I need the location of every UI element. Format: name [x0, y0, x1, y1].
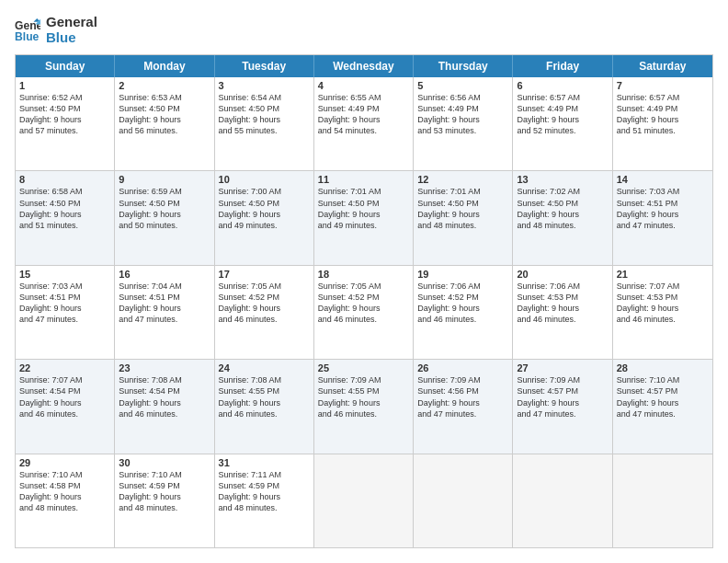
day-number: 28 [617, 362, 709, 373]
day-cell-23: 23Sunrise: 7:08 AMSunset: 4:54 PMDayligh… [115, 360, 214, 453]
day-info: Sunrise: 7:00 AMSunset: 4:50 PMDaylight:… [219, 186, 310, 231]
day-cell-5: 5Sunrise: 6:56 AMSunset: 4:49 PMDaylight… [414, 77, 513, 170]
day-number: 7 [617, 80, 709, 91]
empty-cell [513, 454, 612, 547]
day-cell-19: 19Sunrise: 7:06 AMSunset: 4:52 PMDayligh… [414, 266, 513, 359]
day-number: 15 [19, 269, 110, 280]
day-info: Sunrise: 6:59 AMSunset: 4:50 PMDaylight:… [119, 186, 210, 231]
day-info: Sunrise: 7:06 AMSunset: 4:53 PMDaylight:… [517, 281, 608, 326]
day-info: Sunrise: 7:03 AMSunset: 4:51 PMDaylight:… [19, 281, 110, 326]
day-cell-27: 27Sunrise: 7:09 AMSunset: 4:57 PMDayligh… [513, 360, 612, 453]
calendar-row-4: 22Sunrise: 7:07 AMSunset: 4:54 PMDayligh… [16, 360, 712, 454]
day-cell-3: 3Sunrise: 6:54 AMSunset: 4:50 PMDaylight… [215, 77, 314, 170]
day-cell-13: 13Sunrise: 7:02 AMSunset: 4:50 PMDayligh… [513, 171, 612, 264]
day-number: 2 [119, 80, 210, 91]
svg-text:Blue: Blue [15, 30, 40, 43]
day-number: 11 [318, 174, 409, 185]
page: General Blue General Blue SundayMondayTu… [0, 0, 728, 563]
day-number: 1 [19, 80, 110, 91]
day-number: 6 [517, 80, 608, 91]
day-info: Sunrise: 7:09 AMSunset: 4:57 PMDaylight:… [517, 374, 608, 419]
calendar-row-2: 8Sunrise: 6:58 AMSunset: 4:50 PMDaylight… [16, 171, 712, 265]
day-cell-26: 26Sunrise: 7:09 AMSunset: 4:56 PMDayligh… [414, 360, 513, 453]
day-info: Sunrise: 7:02 AMSunset: 4:50 PMDaylight:… [517, 186, 608, 231]
day-cell-20: 20Sunrise: 7:06 AMSunset: 4:53 PMDayligh… [513, 266, 612, 359]
logo: General Blue General Blue [15, 15, 97, 45]
day-number: 9 [119, 174, 210, 185]
day-cell-18: 18Sunrise: 7:05 AMSunset: 4:52 PMDayligh… [314, 266, 414, 359]
day-cell-21: 21Sunrise: 7:07 AMSunset: 4:53 PMDayligh… [613, 266, 712, 359]
calendar-row-5: 29Sunrise: 7:10 AMSunset: 4:58 PMDayligh… [16, 454, 712, 547]
day-info: Sunrise: 7:07 AMSunset: 4:53 PMDaylight:… [617, 281, 709, 326]
day-cell-16: 16Sunrise: 7:04 AMSunset: 4:51 PMDayligh… [115, 266, 214, 359]
day-cell-28: 28Sunrise: 7:10 AMSunset: 4:57 PMDayligh… [613, 360, 712, 453]
calendar-body: 1Sunrise: 6:52 AMSunset: 4:50 PMDaylight… [16, 77, 712, 547]
day-info: Sunrise: 6:52 AMSunset: 4:50 PMDaylight:… [19, 92, 110, 137]
day-number: 14 [617, 174, 709, 185]
day-info: Sunrise: 6:57 AMSunset: 4:49 PMDaylight:… [517, 92, 608, 137]
logo-icon: General Blue [15, 17, 40, 43]
day-number: 17 [219, 269, 310, 280]
day-cell-14: 14Sunrise: 7:03 AMSunset: 4:51 PMDayligh… [613, 171, 712, 264]
day-info: Sunrise: 6:58 AMSunset: 4:50 PMDaylight:… [19, 186, 110, 231]
header-day-thursday: Thursday [414, 55, 513, 77]
day-cell-29: 29Sunrise: 7:10 AMSunset: 4:58 PMDayligh… [16, 454, 115, 547]
day-number: 25 [318, 362, 409, 373]
day-number: 12 [417, 174, 508, 185]
day-cell-24: 24Sunrise: 7:08 AMSunset: 4:55 PMDayligh… [215, 360, 314, 453]
header-day-friday: Friday [513, 55, 612, 77]
header-day-monday: Monday [115, 55, 214, 77]
day-info: Sunrise: 7:01 AMSunset: 4:50 PMDaylight:… [318, 186, 409, 231]
day-cell-12: 12Sunrise: 7:01 AMSunset: 4:50 PMDayligh… [414, 171, 513, 264]
header-day-sunday: Sunday [16, 55, 115, 77]
day-info: Sunrise: 6:54 AMSunset: 4:50 PMDaylight:… [219, 92, 310, 137]
day-number: 30 [119, 457, 210, 468]
day-number: 31 [219, 457, 310, 468]
day-cell-11: 11Sunrise: 7:01 AMSunset: 4:50 PMDayligh… [314, 171, 414, 264]
day-cell-6: 6Sunrise: 6:57 AMSunset: 4:49 PMDaylight… [513, 77, 612, 170]
day-number: 21 [617, 269, 709, 280]
header-day-tuesday: Tuesday [215, 55, 314, 77]
day-number: 20 [517, 269, 608, 280]
day-cell-17: 17Sunrise: 7:05 AMSunset: 4:52 PMDayligh… [215, 266, 314, 359]
day-info: Sunrise: 7:01 AMSunset: 4:50 PMDaylight:… [417, 186, 508, 231]
day-info: Sunrise: 6:57 AMSunset: 4:49 PMDaylight:… [617, 92, 709, 137]
day-cell-2: 2Sunrise: 6:53 AMSunset: 4:50 PMDaylight… [115, 77, 214, 170]
day-info: Sunrise: 6:55 AMSunset: 4:49 PMDaylight:… [318, 92, 409, 137]
calendar-row-3: 15Sunrise: 7:03 AMSunset: 4:51 PMDayligh… [16, 266, 712, 360]
day-info: Sunrise: 7:05 AMSunset: 4:52 PMDaylight:… [318, 281, 409, 326]
day-info: Sunrise: 7:05 AMSunset: 4:52 PMDaylight:… [219, 281, 310, 326]
day-info: Sunrise: 7:10 AMSunset: 4:57 PMDaylight:… [617, 374, 709, 419]
day-info: Sunrise: 7:06 AMSunset: 4:52 PMDaylight:… [417, 281, 508, 326]
empty-cell [414, 454, 513, 547]
day-info: Sunrise: 7:08 AMSunset: 4:54 PMDaylight:… [119, 374, 210, 419]
day-number: 26 [417, 362, 508, 373]
day-number: 27 [517, 362, 608, 373]
day-cell-8: 8Sunrise: 6:58 AMSunset: 4:50 PMDaylight… [16, 171, 115, 264]
day-number: 5 [417, 80, 508, 91]
day-number: 10 [219, 174, 310, 185]
day-number: 24 [219, 362, 310, 373]
day-number: 29 [19, 457, 110, 468]
day-number: 13 [517, 174, 608, 185]
day-cell-7: 7Sunrise: 6:57 AMSunset: 4:49 PMDaylight… [613, 77, 712, 170]
day-cell-9: 9Sunrise: 6:59 AMSunset: 4:50 PMDaylight… [115, 171, 214, 264]
day-cell-22: 22Sunrise: 7:07 AMSunset: 4:54 PMDayligh… [16, 360, 115, 453]
calendar: SundayMondayTuesdayWednesdayThursdayFrid… [15, 54, 713, 548]
day-cell-25: 25Sunrise: 7:09 AMSunset: 4:55 PMDayligh… [314, 360, 414, 453]
empty-cell [613, 454, 712, 547]
day-info: Sunrise: 7:11 AMSunset: 4:59 PMDaylight:… [219, 469, 310, 514]
day-number: 4 [318, 80, 409, 91]
header-day-saturday: Saturday [613, 55, 712, 77]
day-number: 8 [19, 174, 110, 185]
day-number: 23 [119, 362, 210, 373]
day-info: Sunrise: 7:09 AMSunset: 4:55 PMDaylight:… [318, 374, 409, 419]
day-cell-30: 30Sunrise: 7:10 AMSunset: 4:59 PMDayligh… [115, 454, 214, 547]
day-info: Sunrise: 7:03 AMSunset: 4:51 PMDaylight:… [617, 186, 709, 231]
day-info: Sunrise: 7:09 AMSunset: 4:56 PMDaylight:… [417, 374, 508, 419]
day-info: Sunrise: 7:08 AMSunset: 4:55 PMDaylight:… [219, 374, 310, 419]
calendar-row-1: 1Sunrise: 6:52 AMSunset: 4:50 PMDaylight… [16, 77, 712, 171]
day-number: 3 [219, 80, 310, 91]
day-info: Sunrise: 7:07 AMSunset: 4:54 PMDaylight:… [19, 374, 110, 419]
calendar-header: SundayMondayTuesdayWednesdayThursdayFrid… [16, 55, 712, 77]
